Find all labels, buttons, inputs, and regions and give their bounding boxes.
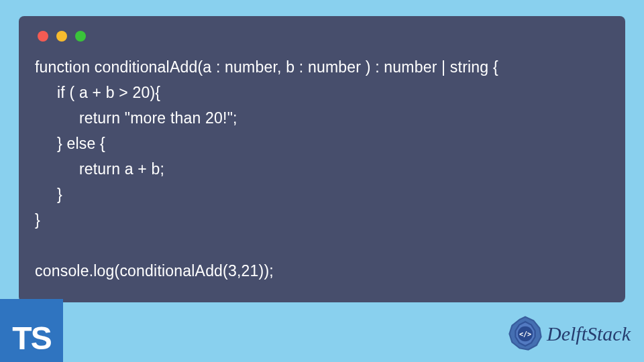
minimize-icon (56, 31, 67, 42)
brand-name: DelftStack (547, 322, 631, 345)
code-line: function conditionalAdd(a : number, b : … (35, 58, 498, 76)
brand-footer: </> DelftStack (506, 315, 631, 353)
delftstack-logo-icon: </> (506, 315, 544, 353)
svg-text:</>: </> (519, 330, 531, 338)
code-line: console.log(conditionalAdd(3,21)); (35, 262, 274, 280)
code-line: if ( a + b > 20){ (35, 84, 160, 101)
code-window: function conditionalAdd(a : number, b : … (19, 16, 625, 302)
close-icon (38, 31, 48, 42)
code-line: return a + b; (35, 160, 164, 178)
code-line: } (35, 186, 62, 203)
window-traffic-lights (35, 31, 609, 42)
typescript-badge: TS (0, 299, 63, 362)
code-line: } else { (35, 135, 105, 152)
code-line: return "more than 20!"; (35, 109, 237, 127)
typescript-badge-text: TS (12, 320, 50, 357)
maximize-icon (75, 31, 86, 42)
code-block: function conditionalAdd(a : number, b : … (35, 55, 609, 284)
code-line: } (35, 211, 40, 229)
